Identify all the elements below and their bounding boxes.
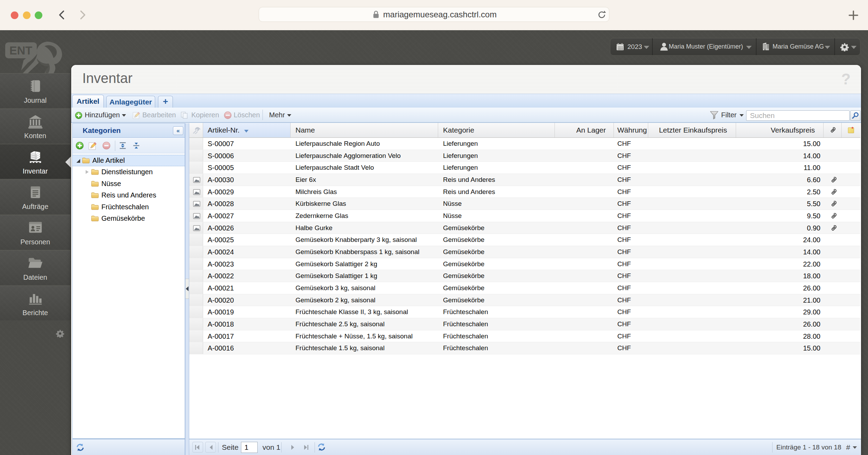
svg-text:ENT: ENT (9, 44, 32, 57)
